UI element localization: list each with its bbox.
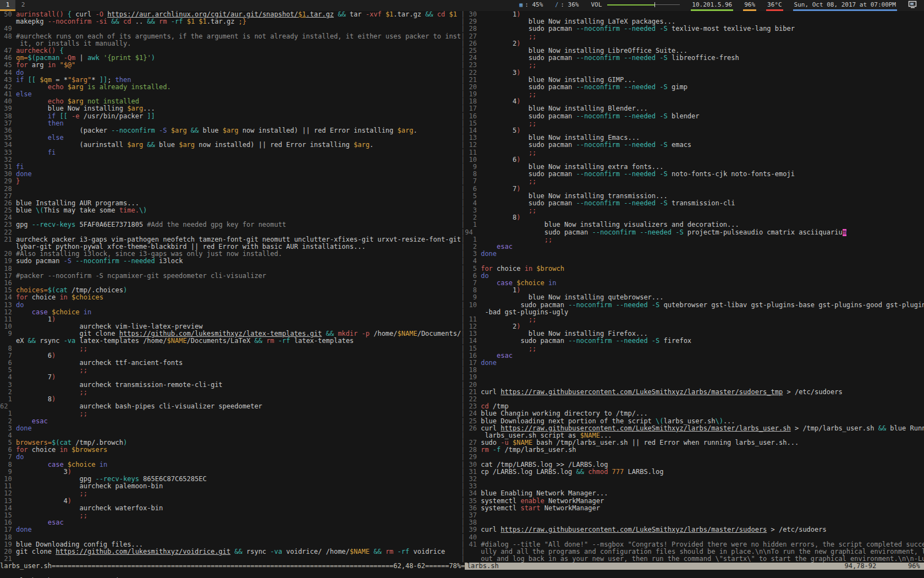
window-separator[interactable]: |	[461, 272, 465, 280]
window-separator[interactable]: |	[461, 309, 465, 316]
window-separator[interactable]: |	[461, 77, 465, 84]
window-separator[interactable]: |	[461, 555, 465, 563]
window-separator[interactable]: |	[461, 113, 465, 120]
code-segment	[24, 77, 28, 84]
window-separator[interactable]: |	[461, 526, 465, 533]
window-separator[interactable]: |	[461, 505, 465, 512]
window-separator[interactable]: |	[461, 186, 465, 193]
window-separator[interactable]: |	[461, 258, 465, 265]
code-segment: chmod	[588, 468, 608, 476]
code-segment: blue Now installing	[16, 105, 127, 112]
command-line[interactable]: "larbs.sh" 136L, 5648C written	[0, 570, 924, 577]
line-number: 6	[465, 272, 481, 280]
window-separator[interactable]: |	[461, 193, 465, 200]
code-segment: https://raw.githubusercontent.com/LukeSm…	[501, 389, 783, 396]
code-segment	[187, 127, 191, 134]
code-line: 34 blue Enabling Network Manager...	[465, 490, 924, 497]
code-segment: $arg	[398, 127, 414, 134]
statusline-active: larbs.sh 94,78-92 96%	[465, 563, 924, 570]
code-segment: ;;	[529, 345, 536, 352]
line-number: 18	[0, 265, 16, 272]
window-separator[interactable]: |	[461, 25, 465, 32]
window-separator[interactable]: |	[461, 149, 465, 156]
code-segment: i3lock	[155, 258, 183, 265]
window-separator[interactable]: |	[461, 498, 465, 505]
window-separator[interactable]: |	[461, 302, 465, 309]
code-line: 62 aurcheck bash-pipes cli-visualizer sp…	[0, 403, 461, 410]
code-segment	[167, 127, 170, 134]
volume-handle[interactable]	[654, 2, 655, 7]
code-segment: ;;	[80, 410, 87, 417]
code-segment: &&	[254, 337, 262, 345]
line-number: 10	[465, 302, 481, 309]
code-row: 7 do| 29	[0, 454, 924, 461]
code-line: 15 ;;	[465, 345, 924, 352]
window-separator[interactable]: |	[461, 33, 465, 40]
code-segment: .	[370, 141, 373, 149]
window-separator[interactable]: |	[461, 454, 465, 461]
code-segment: $arg	[68, 84, 84, 91]
window-separator[interactable]: |	[461, 490, 465, 497]
window-separator[interactable]: |	[461, 229, 465, 236]
window-separator[interactable]: |	[461, 381, 465, 389]
window-separator[interactable]: |	[461, 62, 465, 69]
code-segment: sudo pacman	[481, 200, 576, 207]
code-segment: $arg	[354, 141, 370, 149]
window-separator[interactable]: |	[461, 461, 465, 468]
code-segment: )	[52, 352, 56, 359]
window-separator[interactable]: |	[461, 40, 465, 47]
code-segment: )	[52, 374, 56, 381]
window-separator[interactable]: |	[461, 294, 465, 301]
window-separator[interactable]: |	[461, 141, 465, 149]
workspace-1-button[interactable]: 1	[0, 0, 15, 11]
window-separator[interactable]: |	[461, 374, 465, 381]
line-number: 5	[0, 439, 16, 446]
systray-terminal-icon[interactable]	[907, 0, 919, 11]
window-separator[interactable]: |	[461, 389, 465, 396]
window-separator[interactable]: |	[461, 156, 465, 163]
code-line: 17 blue Now installing Blender...	[465, 105, 924, 112]
buffer-rows[interactable]: 50 aurinstall() { curl -O https://aur.ar…	[0, 11, 924, 563]
code-row: 48 #aurcheck runs on each of its argumen…	[0, 33, 924, 40]
window-separator[interactable]: |	[461, 410, 465, 417]
code-segment: blue Now installing Emacs...	[481, 134, 640, 141]
window-separator[interactable]: |	[461, 345, 465, 352]
code-line: 7 do	[0, 454, 461, 461]
line-number: 30	[0, 171, 16, 178]
code-segment: it, or installs it manually.	[16, 40, 131, 47]
code-line: 19 blue Downloading config files...	[0, 541, 461, 548]
code-row: 3 aurcheck transmission-remote-cli-git| …	[0, 381, 924, 389]
code-segment: $(cat	[48, 287, 68, 294]
code-segment: blue Now installing qutebrowser...	[481, 294, 663, 301]
code-segment	[16, 490, 80, 497]
workspace-2-button[interactable]: 2	[15, 0, 31, 11]
code-segment: )	[516, 40, 520, 47]
window-separator[interactable]: |	[461, 69, 465, 77]
code-segment: --noconfirm --needed -S	[568, 337, 659, 345]
window-separator[interactable]: |	[461, 534, 465, 541]
line-number: 17	[0, 526, 16, 533]
line-number: 8	[465, 171, 481, 178]
code-segment	[16, 512, 80, 519]
code-line: 45 for arg in "$@"	[0, 62, 461, 69]
volume-slider[interactable]	[607, 2, 680, 7]
window-separator[interactable]: |	[461, 541, 465, 548]
window-separator[interactable]: |	[461, 425, 465, 432]
window-separator[interactable]: |	[461, 105, 465, 112]
code-segment	[16, 134, 48, 141]
window-separator[interactable]: |	[461, 265, 465, 272]
code-segment	[155, 18, 159, 25]
code-segment: ;;	[529, 178, 536, 185]
window-separator[interactable]: |	[461, 178, 465, 185]
code-line: 20 sudo pacman --noconfirm --needed -S g…	[465, 84, 924, 91]
line-number: 24	[0, 214, 16, 221]
vim-editor[interactable]: 50 aurinstall() { curl -O https://aur.ar…	[0, 11, 924, 578]
code-segment: do	[16, 69, 24, 77]
window-separator[interactable]: |	[461, 337, 465, 345]
window-separator[interactable]: |	[461, 418, 465, 425]
window-separator[interactable]: |	[461, 221, 465, 228]
code-line: 34 (aurinstall $arg && blue $arg now ins…	[0, 141, 461, 149]
datetime-label: Sun, Oct 08, 2017 at 07:00PM	[794, 1, 896, 8]
line-number: 49	[0, 25, 16, 32]
code-segment: aurcheck ttf-ancient-fonts	[16, 359, 183, 367]
